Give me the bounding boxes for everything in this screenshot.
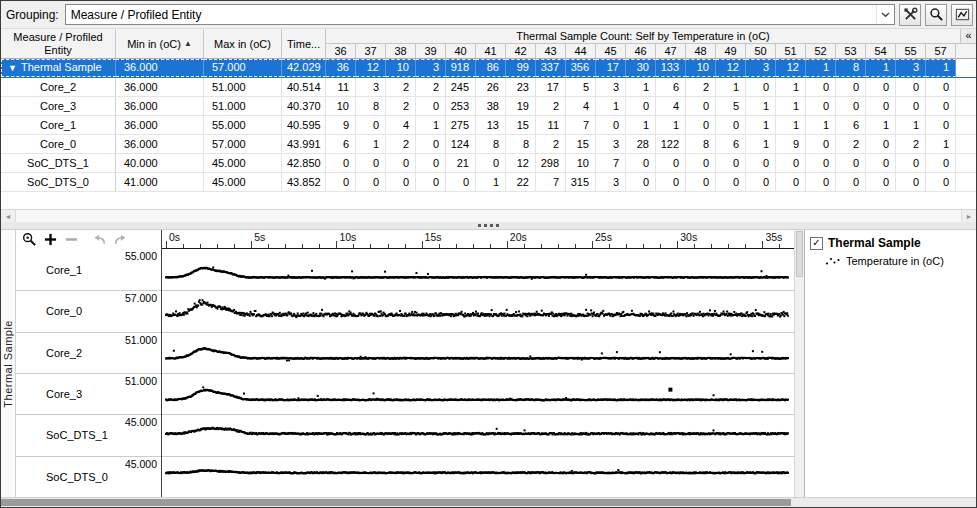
panel-splitter[interactable]: [1, 222, 976, 230]
bin-column-header[interactable]: 39: [416, 44, 446, 58]
count-cell: 3: [416, 59, 446, 77]
collapse-columns-button[interactable]: «: [960, 29, 976, 43]
bin-column-header[interactable]: 37: [356, 44, 386, 58]
chart-row-label[interactable]: Core_3: [46, 388, 82, 400]
bin-column-header[interactable]: 51: [776, 44, 806, 58]
chart-row-band: SoC_DTS_045.000: [16, 456, 161, 497]
table-hscroll-track[interactable]: [16, 210, 961, 222]
ruler-tick: [762, 241, 763, 248]
table-header: Measure / Profiled Entity Min in (oC) ▲ …: [1, 29, 976, 59]
ruler-tick: [166, 241, 167, 248]
chart-vertical-scrollbar[interactable]: [794, 230, 804, 497]
scrollbar-thumb[interactable]: [1, 499, 791, 506]
bin-column-header[interactable]: 48: [686, 44, 716, 58]
table-row[interactable]: Core_136.00055.00040.5959041275131511701…: [1, 116, 976, 135]
bin-column-header[interactable]: 49: [716, 44, 746, 58]
count-cell: 0: [386, 154, 416, 172]
max-cell: 55.000: [204, 116, 282, 134]
bin-column-header[interactable]: 42: [506, 44, 536, 58]
profile-window-button[interactable]: [951, 4, 973, 26]
zoom-next-button[interactable]: [112, 232, 128, 248]
bin-column-header[interactable]: 57: [926, 44, 956, 58]
search-button[interactable]: [925, 4, 947, 26]
count-cell: 0: [626, 154, 656, 172]
bin-column-header[interactable]: 46: [626, 44, 656, 58]
group-header: Thermal Sample Count: Self by Temperatur…: [326, 29, 960, 43]
entity-name: SoC_DTS_0: [27, 176, 89, 188]
zoom-out-icon: [65, 233, 78, 246]
entity-cell[interactable]: Core_1: [1, 116, 116, 134]
time-cell: 42.850: [282, 154, 326, 172]
bin-column-header[interactable]: 45: [596, 44, 626, 58]
profile-window-icon: [955, 7, 970, 22]
splitter-handle[interactable]: [478, 224, 499, 227]
table-row[interactable]: ▼Thermal Sample36.00057.00042.0293612103…: [1, 59, 976, 78]
table-row[interactable]: Core_336.00051.00040.3701082025338192410…: [1, 97, 976, 116]
chart-row-label[interactable]: Core_0: [46, 305, 82, 317]
bin-column-header[interactable]: 53: [836, 44, 866, 58]
chart-row-label[interactable]: Core_1: [46, 264, 82, 276]
grouping-combobox[interactable]: Measure / Profiled Entity: [65, 4, 895, 25]
legend-group-row[interactable]: ✓ Thermal Sample: [810, 236, 971, 250]
bin-column-header[interactable]: 55: [896, 44, 926, 58]
table-row[interactable]: SoC_DTS_041.00045.00043.8520000012273153…: [1, 173, 976, 192]
bin-column-header[interactable]: 41: [476, 44, 506, 58]
bin-column-header[interactable]: 36: [326, 44, 356, 58]
table-row[interactable]: SoC_DTS_140.00045.00042.8500000210122981…: [1, 154, 976, 173]
combo-dropdown-button[interactable]: [876, 5, 894, 24]
zoom-previous-button[interactable]: [91, 232, 107, 248]
bin-column-header[interactable]: 54: [866, 44, 896, 58]
chart-row-label[interactable]: SoC_DTS_1: [46, 429, 108, 441]
entity-cell[interactable]: Core_2: [1, 78, 116, 96]
count-cell: 0: [416, 154, 446, 172]
scroll-right-button[interactable]: ►: [961, 210, 976, 222]
zoom-out-button[interactable]: [63, 232, 79, 248]
count-cell: 0: [806, 154, 836, 172]
count-cell: 38: [476, 97, 506, 115]
tools-button[interactable]: [899, 4, 921, 26]
count-cell: 15: [566, 135, 596, 153]
scatter-plot[interactable]: [162, 249, 794, 497]
scroll-left-button[interactable]: ◄: [1, 210, 16, 222]
legend-group-label: Thermal Sample: [828, 236, 921, 250]
expander-icon[interactable]: ▼: [8, 63, 17, 73]
entity-cell[interactable]: ▼Thermal Sample: [1, 59, 116, 77]
count-cell: 3: [356, 78, 386, 96]
bin-column-header[interactable]: 44: [566, 44, 596, 58]
column-header-max[interactable]: Max in (oC): [204, 29, 282, 58]
ruler-tick: [660, 244, 661, 248]
column-header-min[interactable]: Min in (oC) ▲: [116, 29, 204, 58]
count-cell: 6: [716, 135, 746, 153]
entity-cell[interactable]: SoC_DTS_1: [1, 154, 116, 172]
count-cell: 1: [866, 116, 896, 134]
chart-horizontal-scrollbar[interactable]: [1, 497, 976, 507]
column-header-time[interactable]: Time...: [282, 29, 326, 58]
legend-checkbox[interactable]: ✓: [810, 237, 823, 250]
row-filler: [956, 154, 976, 172]
bin-column-header[interactable]: 47: [656, 44, 686, 58]
bin-column-header[interactable]: 43: [536, 44, 566, 58]
chart-row-label[interactable]: Core_2: [46, 347, 82, 359]
legend-series-row[interactable]: Temperature in (oC): [825, 255, 971, 267]
count-cell: 298: [536, 154, 566, 172]
bin-column-header[interactable]: 38: [386, 44, 416, 58]
bin-column-header[interactable]: 52: [806, 44, 836, 58]
zoom-select-button[interactable]: [21, 232, 37, 248]
zoom-in-button[interactable]: [42, 232, 58, 248]
count-cell: 1: [626, 78, 656, 96]
ruler-tick: [200, 244, 201, 248]
bin-column-header[interactable]: 40: [446, 44, 476, 58]
table-row[interactable]: Core_236.00051.00040.5141132224526231753…: [1, 78, 976, 97]
count-cell: 1: [926, 59, 956, 77]
column-header-entity[interactable]: Measure / Profiled Entity: [1, 29, 116, 58]
entity-cell[interactable]: Core_0: [1, 135, 116, 153]
chart-row-label[interactable]: SoC_DTS_0: [46, 471, 108, 483]
count-cell: 0: [326, 154, 356, 172]
table-row[interactable]: Core_036.00057.00043.9916120124882153281…: [1, 135, 976, 154]
entity-cell[interactable]: Core_3: [1, 97, 116, 115]
entity-cell[interactable]: SoC_DTS_0: [1, 173, 116, 191]
vertical-scrollbar-thumb[interactable]: [796, 231, 803, 277]
bin-column-header[interactable]: 50: [746, 44, 776, 58]
table-horizontal-scrollbar[interactable]: ◄ ►: [1, 209, 976, 222]
count-cell: 0: [866, 154, 896, 172]
